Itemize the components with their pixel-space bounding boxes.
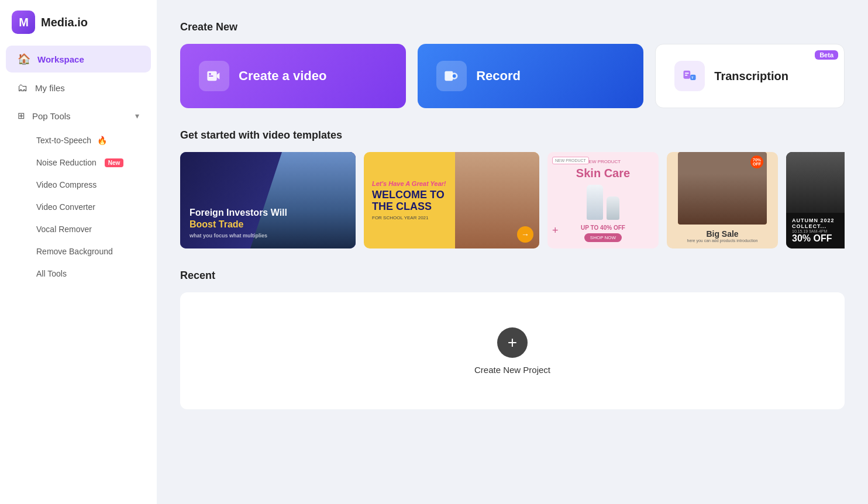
tpl5-person [786,152,845,213]
video-converter-label: Video Converter [36,202,95,212]
template-card-skincare[interactable]: NEW PRODUCT NEW PRODUCT Skin Care UP TO … [547,152,659,248]
record-card[interactable]: Record [418,44,643,108]
sidebar-item-workspace[interactable]: 🏠 Workspace [6,46,151,73]
pop-tools-icon: ⊞ [18,111,25,121]
pop-tools-header[interactable]: ⊞ Pop Tools ▾ [6,105,151,127]
create-new-title: Create New [180,21,845,33]
text-to-speech-label: Text-to-Speech [36,136,91,145]
recent-area: + Create New Project [180,292,845,409]
tpl2-sub: FOR SCHOOL YEAR 2021 [372,215,447,220]
beta-badge: Beta [815,50,838,60]
svg-rect-8 [685,75,688,76]
tpl4-title: Big Sale [687,229,757,239]
record-icon-wrap [436,61,467,91]
sidebar-item-remove-background[interactable]: Remove Background [6,241,151,262]
video-compress-label: Video Compress [36,180,97,189]
tpl5-bottom: AUTUMN 2022COLLECT... 10.15.19 9AM-4PM 3… [786,213,845,248]
my-files-label: My files [35,83,65,93]
tpl2-greeting: Let's Have A Great Year! [372,180,447,187]
tpl3-plus: + [552,225,559,237]
video-icon [206,68,222,84]
tpl3-discount: UP TO 40% OFF [581,225,625,231]
app-title: Media.io [41,16,88,29]
remove-background-label: Remove Background [36,247,113,256]
create-project-label: Create New Project [474,365,550,375]
sidebar-item-all-tools[interactable]: All Tools [6,263,151,284]
bottle-1 [587,185,603,220]
templates-title: Get started with video templates [180,129,845,141]
tpl3-cta: SHOP NOW [584,233,622,242]
tpl3-title: Skin Care [576,167,630,180]
record-label: Record [476,68,521,84]
sidebar-item-text-to-speech[interactable]: Text-to-Speech 🔥 [6,130,151,151]
svg-point-2 [209,73,211,75]
svg-rect-7 [685,73,689,74]
create-video-card[interactable]: Create a video [180,44,406,108]
sidebar-item-noise-reduction[interactable]: Noise Reduction New [6,152,151,173]
sidebar-item-video-converter[interactable]: Video Converter [6,196,151,218]
tpl3-badge: NEW PRODUCT [552,157,589,164]
create-cards: Create a video Record T [180,44,845,108]
svg-point-5 [453,74,456,78]
template-card-sale[interactable]: 70%OFF Big Sale here you can add product… [667,152,778,248]
sidebar-item-vocal-remover[interactable]: Vocal Remover [6,219,151,240]
tpl4-person: 70%OFF [678,152,767,225]
transcription-icon: T [681,68,698,84]
recent-title: Recent [180,270,845,282]
tpl5-autumn: AUTUMN 2022COLLECT... [792,218,845,229]
tpl5-dates: 10.15.19 9AM-4PM [792,229,845,233]
pop-tools-left: ⊞ Pop Tools [18,111,71,121]
fire-icon: 🔥 [97,136,107,145]
record-icon [443,68,460,84]
bottle-2 [607,196,619,220]
tpl4-off-badge: 70%OFF [750,156,763,168]
templates-row: Foreign Investors Will Boost Trade what … [180,152,845,248]
tpl2-left: Let's Have A Great Year! WELCOME TOTHE C… [364,152,455,248]
new-badge: New [105,158,124,167]
noise-reduction-label: Noise Reduction [36,158,97,167]
sidebar-item-my-files[interactable]: 🗂 My files [6,75,151,101]
tpl3-bottles [587,185,619,220]
tpl5-figure [786,152,845,213]
tpl4-sub: here you can add products introduction [687,239,757,243]
tpl1-boost: Boost Trade [190,219,287,230]
tpl1-text: Foreign Investors Will Boost Trade what … [190,207,287,239]
svg-marker-1 [217,73,220,80]
arrow-button[interactable]: → [517,226,533,243]
logo-icon: M [12,11,35,34]
recent-section: Recent + Create New Project [180,270,845,409]
pop-tools-label: Pop Tools [32,111,71,121]
transcription-icon-wrap: T [674,61,705,91]
tpl1-sub: what you focus what multiplies [190,233,287,239]
folder-icon: 🗂 [18,82,28,94]
logo-area: M Media.io [0,0,157,44]
transcription-card[interactable]: T Transcription Beta [655,44,845,108]
all-tools-label: All Tools [36,269,67,278]
tpl3-product-label: NEW PRODUCT [585,159,621,164]
template-card-investors[interactable]: Foreign Investors Will Boost Trade what … [180,152,356,248]
tpl1-title-line1: Foreign Investors Will [190,207,287,219]
sidebar: M Media.io 🏠 Workspace 🗂 My files ⊞ Pop … [0,0,157,504]
main-content: Create New Create a video R [157,0,868,504]
chevron-down-icon: ▾ [135,111,139,120]
transcription-label: Transcription [714,70,788,83]
svg-text:T: T [691,76,694,80]
template-card-class[interactable]: Let's Have A Great Year! WELCOME TOTHE C… [364,152,539,248]
create-video-label: Create a video [239,68,326,84]
workspace-label: Workspace [37,54,84,64]
sidebar-item-video-compress[interactable]: Video Compress [6,174,151,195]
vocal-remover-label: Vocal Remover [36,225,92,234]
tpl5-discount: 30% OFF [792,233,845,244]
tpl4-bottom: Big Sale here you can add products intro… [687,229,757,243]
template-card-autumn[interactable]: AUTUMN 2022COLLECT... 10.15.19 9AM-4PM 3… [786,152,845,248]
templates-section: Get started with video templates Foreign… [180,129,845,248]
create-project-button[interactable]: + [497,327,528,358]
tpl2-main: WELCOME TOTHE CLASS [372,189,447,213]
video-icon-wrap [199,61,229,91]
home-icon: 🏠 [18,53,30,65]
